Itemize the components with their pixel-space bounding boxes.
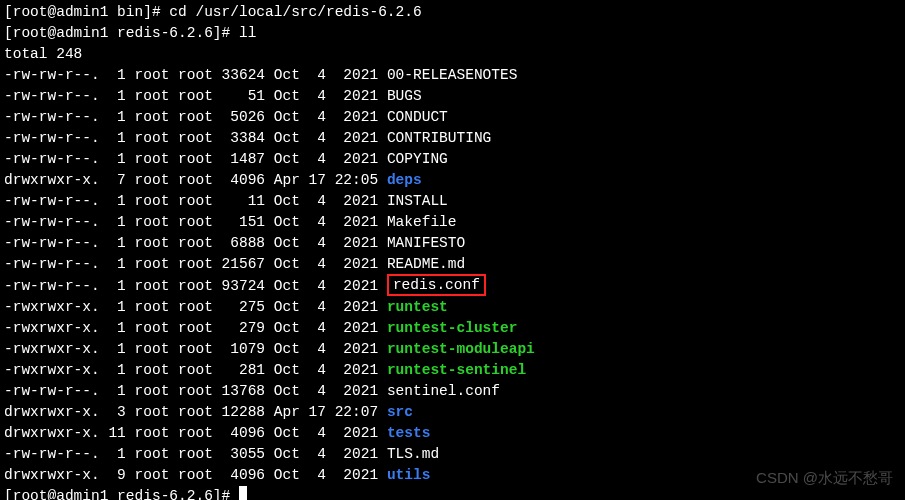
- listing-row: -rwxrwxr-x. 1 root root 275 Oct 4 2021 r…: [4, 297, 901, 318]
- file-name: BUGS: [387, 88, 422, 104]
- file-name: runtest-cluster: [387, 320, 518, 336]
- listing-row: -rwxrwxr-x. 1 root root 1079 Oct 4 2021 …: [4, 339, 901, 360]
- prompt-line[interactable]: [root@admin1 redis-6.2.6]# ll: [4, 23, 901, 44]
- watermark-text: CSDN @水远不愁哥: [756, 467, 893, 488]
- file-name: CONTRIBUTING: [387, 130, 491, 146]
- file-name: runtest-moduleapi: [387, 341, 535, 357]
- listing-row: -rw-rw-r--. 1 root root 33624 Oct 4 2021…: [4, 65, 901, 86]
- file-name: runtest-sentinel: [387, 362, 526, 378]
- file-name: tests: [387, 425, 431, 441]
- listing-row: drwxrwxr-x. 11 root root 4096 Oct 4 2021…: [4, 423, 901, 444]
- listing-row: -rw-rw-r--. 1 root root 151 Oct 4 2021 M…: [4, 212, 901, 233]
- file-name: README.md: [387, 256, 465, 272]
- cursor-icon: [239, 486, 247, 500]
- file-name: deps: [387, 172, 422, 188]
- file-name: src: [387, 404, 413, 420]
- listing-row: -rwxrwxr-x. 1 root root 281 Oct 4 2021 r…: [4, 360, 901, 381]
- listing-row: -rw-rw-r--. 1 root root 51 Oct 4 2021 BU…: [4, 86, 901, 107]
- listing-row: -rw-rw-r--. 1 root root 3384 Oct 4 2021 …: [4, 128, 901, 149]
- file-name: sentinel.conf: [387, 383, 500, 399]
- highlight-box: redis.conf: [387, 274, 486, 296]
- listing-row: -rw-rw-r--. 1 root root 6888 Oct 4 2021 …: [4, 233, 901, 254]
- listing-row: -rw-rw-r--. 1 root root 13768 Oct 4 2021…: [4, 381, 901, 402]
- file-name: COPYING: [387, 151, 448, 167]
- file-name: 00-RELEASENOTES: [387, 67, 518, 83]
- listing-row: -rw-rw-r--. 1 root root 1487 Oct 4 2021 …: [4, 149, 901, 170]
- total-line: total 248: [4, 44, 901, 65]
- file-name: Makefile: [387, 214, 457, 230]
- listing-row: -rw-rw-r--. 1 root root 93724 Oct 4 2021…: [4, 275, 901, 297]
- file-name: MANIFESTO: [387, 235, 465, 251]
- file-name: CONDUCT: [387, 109, 448, 125]
- prompt-line[interactable]: [root@admin1 redis-6.2.6]#: [4, 486, 901, 500]
- file-name: INSTALL: [387, 193, 448, 209]
- listing-row: drwxrwxr-x. 7 root root 4096 Apr 17 22:0…: [4, 170, 901, 191]
- terminal-output[interactable]: [root@admin1 bin]# cd /usr/local/src/red…: [4, 2, 901, 500]
- listing-row: drwxrwxr-x. 3 root root 12288 Apr 17 22:…: [4, 402, 901, 423]
- listing-row: -rw-rw-r--. 1 root root 11 Oct 4 2021 IN…: [4, 191, 901, 212]
- file-name: runtest: [387, 299, 448, 315]
- prompt-line[interactable]: [root@admin1 bin]# cd /usr/local/src/red…: [4, 2, 901, 23]
- listing-row: -rw-rw-r--. 1 root root 5026 Oct 4 2021 …: [4, 107, 901, 128]
- file-name: TLS.md: [387, 446, 439, 462]
- file-name: utils: [387, 467, 431, 483]
- listing-row: -rw-rw-r--. 1 root root 21567 Oct 4 2021…: [4, 254, 901, 275]
- file-name: redis.conf: [393, 277, 480, 293]
- listing-row: -rw-rw-r--. 1 root root 3055 Oct 4 2021 …: [4, 444, 901, 465]
- listing-row: -rwxrwxr-x. 1 root root 279 Oct 4 2021 r…: [4, 318, 901, 339]
